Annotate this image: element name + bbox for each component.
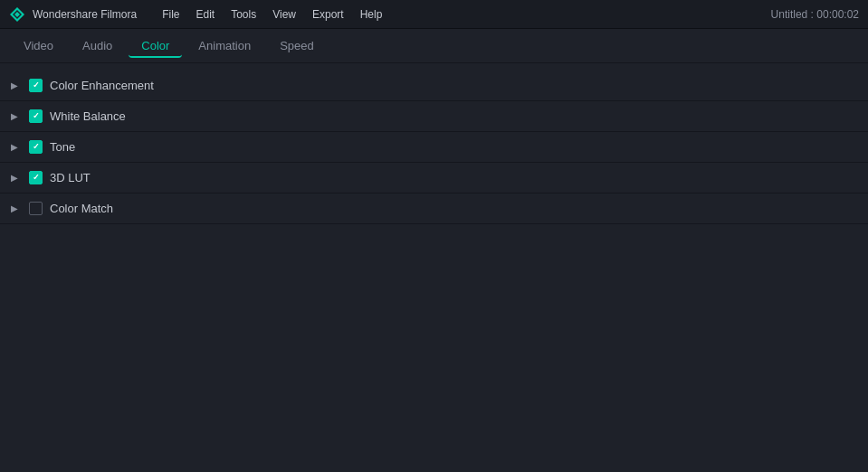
section-white-balance-label: White Balance <box>50 109 126 123</box>
menu-file[interactable]: File <box>155 6 186 23</box>
tab-speed[interactable]: Speed <box>267 33 327 58</box>
checkmark-icon: ✓ <box>33 174 40 182</box>
chevron-color-enhancement-icon: ▶ <box>7 79 22 93</box>
section-color-match-label: Color Match <box>50 202 113 215</box>
section-white-balance[interactable]: ▶ ✓ White Balance <box>0 101 868 132</box>
tab-color[interactable]: Color <box>129 33 182 58</box>
checkmark-icon: ✓ <box>33 112 40 120</box>
chevron-tone-icon: ▶ <box>7 140 22 155</box>
section-3d-lut-label: 3D LUT <box>50 171 91 184</box>
menu-help[interactable]: Help <box>353 6 390 23</box>
titlebar-left: Wondershare Filmora File Edit Tools View… <box>9 6 389 23</box>
section-color-match[interactable]: ▶ Color Match <box>0 194 868 224</box>
menu-view[interactable]: View <box>265 6 303 23</box>
checkbox-color-match[interactable] <box>29 202 43 215</box>
tab-audio[interactable]: Audio <box>70 33 125 58</box>
section-color-enhancement-label: Color Enhancement <box>50 79 154 92</box>
content-area: ▶ ✓ Color Enhancement ▶ ✓ White Balance … <box>0 63 868 231</box>
tab-bar: Video Audio Color Animation Speed <box>0 29 868 63</box>
tab-video[interactable]: Video <box>11 33 66 58</box>
menu-export[interactable]: Export <box>305 6 351 23</box>
chevron-color-match-icon: ▶ <box>7 202 22 216</box>
chevron-white-balance-icon: ▶ <box>7 109 22 124</box>
chevron-3d-lut-icon: ▶ <box>7 171 22 185</box>
checkbox-color-enhancement[interactable]: ✓ <box>29 79 43 92</box>
section-tone-label: Tone <box>50 140 75 154</box>
checkbox-3d-lut[interactable]: ✓ <box>29 171 43 184</box>
menu-edit[interactable]: Edit <box>189 6 223 23</box>
menu-tools[interactable]: Tools <box>224 6 263 23</box>
menu-bar: File Edit Tools View Export Help <box>155 6 389 23</box>
section-color-enhancement[interactable]: ▶ ✓ Color Enhancement <box>0 71 868 101</box>
titlebar: Wondershare Filmora File Edit Tools View… <box>0 0 868 29</box>
app-name: Wondershare Filmora <box>33 8 137 21</box>
checkmark-icon: ✓ <box>33 81 40 90</box>
checkbox-white-balance[interactable]: ✓ <box>29 109 43 123</box>
window-title: Untitled : 00:00:02 <box>771 8 859 21</box>
checkbox-tone[interactable]: ✓ <box>29 140 43 154</box>
app-logo-icon <box>9 6 25 23</box>
tab-animation[interactable]: Animation <box>186 33 263 58</box>
section-tone[interactable]: ▶ ✓ Tone <box>0 132 868 163</box>
section-3d-lut[interactable]: ▶ ✓ 3D LUT <box>0 163 868 194</box>
checkmark-icon: ✓ <box>33 143 40 151</box>
